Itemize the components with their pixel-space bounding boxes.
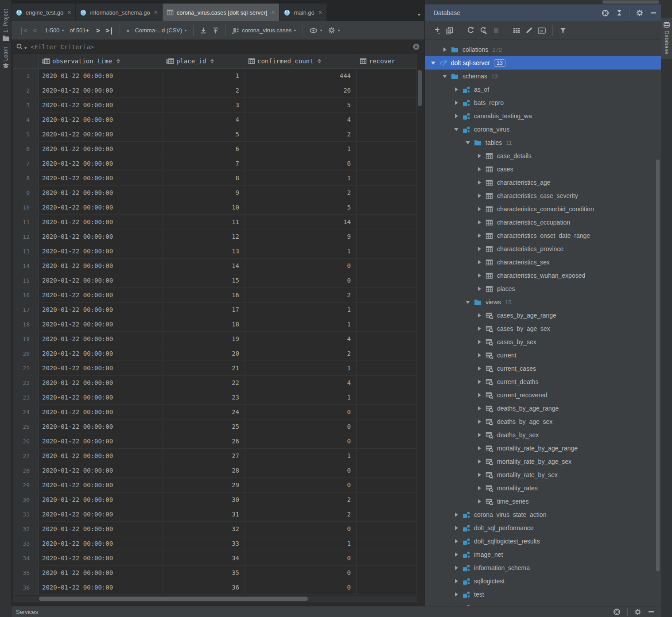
chevron-collapsed-icon[interactable] xyxy=(443,47,447,52)
cell-place_id[interactable]: 2 xyxy=(163,83,245,98)
locate-icon[interactable] xyxy=(601,9,610,17)
row-number[interactable]: 25 xyxy=(13,419,39,434)
chevron-collapsed-icon[interactable] xyxy=(454,566,458,570)
cell-observation_time[interactable]: 2020-01-22 00:00:00 xyxy=(39,536,163,551)
cell-confirmed_count[interactable]: 1 xyxy=(245,244,357,259)
chevron-expanded-icon[interactable] xyxy=(466,140,470,145)
editor-tab-1[interactable]: engine_test.go× xyxy=(12,4,75,21)
cell-confirmed_count[interactable]: 0 xyxy=(245,551,357,566)
cell-observation_time[interactable]: 2020-01-22 00:00:00 xyxy=(39,522,163,536)
cell-place_id[interactable]: 20 xyxy=(163,346,245,361)
tree-item-current_deaths[interactable]: current_deaths xyxy=(425,375,661,388)
sort-toggle-icon[interactable] xyxy=(210,59,214,63)
row-number[interactable]: 9 xyxy=(13,186,39,200)
cell-recover[interactable] xyxy=(357,434,417,449)
row-number[interactable]: 3 xyxy=(13,98,39,113)
cell-recover[interactable] xyxy=(357,419,417,434)
cell-place_id[interactable]: 5 xyxy=(163,127,245,142)
chevron-collapsed-icon[interactable] xyxy=(454,592,458,597)
tree-item-information_schema[interactable]: information_schema xyxy=(425,561,661,574)
tree-item-image_net[interactable]: image_net xyxy=(425,548,661,561)
cell-observation_time[interactable]: 2020-01-22 00:00:00 xyxy=(39,127,163,142)
tree-item-characteristics_case_severity[interactable]: characteristics_case_severity xyxy=(425,189,661,202)
sort-toggle-icon[interactable] xyxy=(318,59,321,63)
tree-item-collations[interactable]: collations272 xyxy=(425,43,661,56)
data-source-dropdown[interactable]: corona_virus.cases xyxy=(229,25,299,36)
row-number[interactable]: 14 xyxy=(13,259,39,273)
tree-item-mortality_rate_by_age_sex[interactable]: mortality_rate_by_age_sex xyxy=(425,455,661,468)
chevron-collapsed-icon[interactable] xyxy=(477,273,482,278)
tree-item-case_details[interactable]: case_details xyxy=(425,149,661,163)
chevron-expanded-icon[interactable] xyxy=(443,74,447,78)
chevron-collapsed-icon[interactable] xyxy=(477,459,482,464)
cell-place_id[interactable]: 8 xyxy=(163,171,245,186)
cell-observation_time[interactable]: 2020-01-22 00:00:00 xyxy=(39,551,163,566)
row-number[interactable]: 13 xyxy=(13,244,39,259)
row-number[interactable]: 17 xyxy=(13,303,39,317)
chevron-collapsed-icon[interactable] xyxy=(454,114,458,118)
cell-recover[interactable] xyxy=(357,69,417,83)
cell-confirmed_count[interactable]: 4 xyxy=(245,113,357,127)
cell-place_id[interactable]: 16 xyxy=(163,288,245,303)
cell-observation_time[interactable]: 2020-01-22 00:00:00 xyxy=(39,449,163,463)
cell-recover[interactable] xyxy=(357,200,417,215)
cell-place_id[interactable]: 9 xyxy=(163,186,245,200)
cell-recover[interactable] xyxy=(357,346,417,361)
chevron-collapsed-icon[interactable] xyxy=(477,233,482,238)
row-number[interactable]: 28 xyxy=(13,463,39,478)
cell-recover[interactable] xyxy=(357,303,417,317)
cell-place_id[interactable]: 6 xyxy=(163,142,245,156)
row-number[interactable]: 12 xyxy=(13,229,39,244)
cell-recover[interactable] xyxy=(357,551,417,566)
cell-place_id[interactable]: 36 xyxy=(163,580,245,595)
cell-recover[interactable] xyxy=(357,361,417,376)
tree-item-deaths_by_sex[interactable]: deaths_by_sex xyxy=(425,428,661,442)
cell-confirmed_count[interactable]: 2 xyxy=(245,346,357,361)
cell-confirmed_count[interactable]: 0 xyxy=(245,566,357,580)
tree-item-test[interactable]: test xyxy=(425,588,661,601)
cell-confirmed_count[interactable]: 1 xyxy=(245,361,357,376)
search-icon[interactable] xyxy=(16,43,27,50)
chevron-collapsed-icon[interactable] xyxy=(477,194,482,198)
locate-icon[interactable] xyxy=(613,608,621,616)
column-header-observation_time[interactable]: observation_time xyxy=(39,54,163,69)
tree-item-cases_by_age_range[interactable]: cases_by_age_range xyxy=(425,309,661,322)
cell-recover[interactable] xyxy=(357,507,417,522)
next-page-button[interactable]: > xyxy=(93,25,103,36)
row-number[interactable]: 35 xyxy=(13,566,39,580)
cell-confirmed_count[interactable]: 1 xyxy=(245,317,357,332)
chevron-collapsed-icon[interactable] xyxy=(454,87,458,92)
tree-item-cases_by_sex[interactable]: cases_by_sex xyxy=(425,335,661,349)
cell-recover[interactable] xyxy=(357,83,417,98)
row-number[interactable]: 29 xyxy=(13,478,39,493)
tree-item-mortality_rate_by_sex[interactable]: mortality_rate_by_sex xyxy=(425,468,661,481)
row-number[interactable]: 2 xyxy=(13,83,39,98)
cell-place_id[interactable]: 27 xyxy=(163,449,245,463)
first-page-button[interactable]: |< xyxy=(17,25,30,36)
cell-observation_time[interactable]: 2020-01-22 00:00:00 xyxy=(39,419,163,434)
chevron-collapsed-icon[interactable] xyxy=(477,499,482,504)
close-tab-icon[interactable]: × xyxy=(154,9,158,16)
cell-confirmed_count[interactable]: 444 xyxy=(245,69,357,83)
tree-item-current_cases[interactable]: current_cases xyxy=(425,362,661,375)
cell-observation_time[interactable]: 2020-01-22 00:00:00 xyxy=(39,376,163,390)
tree-item-partial[interactable] xyxy=(425,601,661,606)
chevron-collapsed-icon[interactable] xyxy=(477,353,482,357)
cell-recover[interactable] xyxy=(357,215,417,229)
cell-place_id[interactable]: 11 xyxy=(163,215,245,229)
cell-observation_time[interactable]: 2020-01-22 00:00:00 xyxy=(39,215,163,229)
grid-horizontal-scrollbar[interactable] xyxy=(13,596,417,602)
row-number[interactable]: 6 xyxy=(13,142,39,156)
tree-scrollbar[interactable] xyxy=(656,159,660,571)
cell-recover[interactable] xyxy=(357,259,417,273)
cell-place_id[interactable]: 34 xyxy=(163,551,245,566)
cell-observation_time[interactable]: 2020-01-22 00:00:00 xyxy=(39,332,163,346)
cell-observation_time[interactable]: 2020-01-22 00:00:00 xyxy=(39,434,163,449)
row-number[interactable]: 23 xyxy=(13,390,39,405)
row-number[interactable]: 34 xyxy=(13,551,39,566)
cell-place_id[interactable]: 13 xyxy=(163,244,245,259)
cell-confirmed_count[interactable]: 2 xyxy=(245,127,357,142)
chevron-collapsed-icon[interactable] xyxy=(454,512,458,517)
cell-place_id[interactable]: 3 xyxy=(163,98,245,113)
cell-recover[interactable] xyxy=(357,244,417,259)
